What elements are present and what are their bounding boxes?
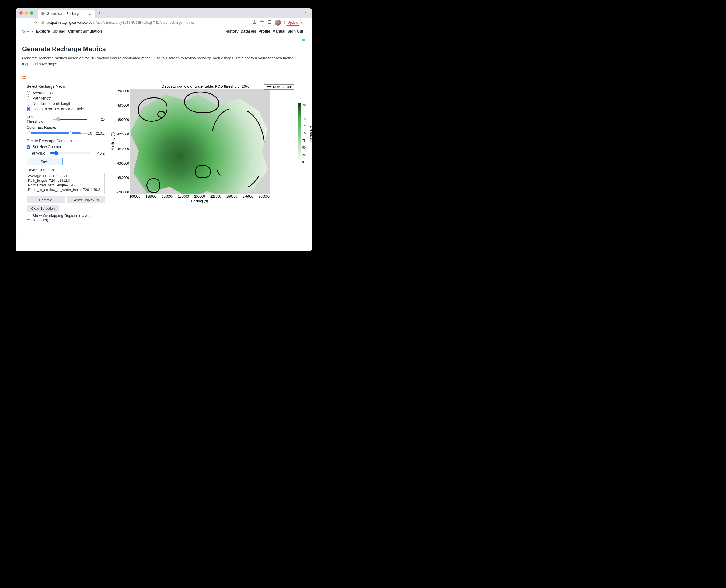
- app-nav: PATH Explore Upload Current Simulation H…: [16, 27, 312, 36]
- jupyter-icon: [22, 75, 27, 80]
- at-value-value: 49.2: [94, 151, 105, 155]
- controls-panel: Select Recharge Metric Average FCD Path …: [27, 84, 105, 224]
- list-item[interactable]: Depth_to_no-flow_or_water_table--T20--L4…: [28, 188, 103, 192]
- nav-signout[interactable]: Sign Out: [288, 29, 303, 34]
- tab-title: Groundwater Recharge: [47, 12, 81, 16]
- plot-legend: New Contour: [264, 84, 294, 90]
- checkbox-label: Show Overlapping Regions (saved contours…: [33, 213, 105, 222]
- set-new-contour-checkbox[interactable]: Set New Contour: [27, 145, 105, 149]
- nav-profile[interactable]: Profile: [258, 29, 270, 34]
- close-tab-icon[interactable]: ×: [89, 12, 91, 16]
- legend-swatch: [267, 86, 271, 87]
- saved-contours-label: Saved Contours:: [27, 168, 105, 172]
- svg-point-5: [22, 76, 23, 77]
- at-value-slider[interactable]: [50, 151, 91, 155]
- reset-display-button[interactable]: Reset Display To: [67, 196, 105, 203]
- svg-rect-1: [268, 21, 271, 24]
- create-contours-label: Create Recharge Contours:: [27, 139, 105, 143]
- bookmark-icon[interactable]: [260, 20, 264, 25]
- fcd-threshold-value: 20: [90, 118, 105, 121]
- metric-radio-group: Average FCD Path length Normalized path …: [27, 91, 105, 111]
- svg-point-4: [22, 78, 26, 79]
- legend-label: New Contour: [273, 85, 292, 89]
- page-scroll[interactable]: PATH Explore Upload Current Simulation H…: [16, 27, 312, 251]
- url-domain: fastpath-staging.curvenote.dev: [46, 20, 94, 24]
- select-metric-label: Select Recharge Metric: [27, 84, 105, 89]
- share-icon[interactable]: [252, 20, 257, 25]
- browser-tab[interactable]: Groundwater Recharge ×: [38, 10, 95, 18]
- save-button[interactable]: Save: [27, 158, 63, 165]
- browser-window: Groundwater Recharge × + ← → ⟳ 🔒 fastpat…: [16, 8, 312, 251]
- minimize-window-button[interactable]: [25, 11, 28, 15]
- forward-button[interactable]: →: [26, 20, 31, 24]
- logo-icon: [21, 29, 27, 34]
- nav-current-simulation[interactable]: Current Simulation: [68, 29, 102, 34]
- kernel-status-indicator: [302, 39, 305, 41]
- colorbar: 2001751501251007550250 Distance (ft): [297, 103, 312, 163]
- colormap-range-label: Colormap Range:: [27, 125, 105, 129]
- x-axis-label: Easting (ft): [129, 199, 270, 203]
- menu-icon[interactable]: ⋮: [305, 20, 309, 25]
- app-logo[interactable]: PATH: [21, 28, 34, 34]
- radio-label: Normalized path length: [33, 102, 71, 106]
- svg-point-3: [22, 76, 26, 78]
- window-controls: [18, 11, 36, 15]
- saved-contours-listbox[interactable]: Average_FCD--T20--L50.0 Path_length--T20…: [27, 173, 105, 194]
- radio-normalized-path-length[interactable]: Normalized path length: [27, 102, 105, 106]
- svg-point-6: [26, 79, 26, 79]
- plot-panel: New Contour Depth to no-flow or water ta…: [110, 84, 301, 224]
- x-axis-ticks: 1000001250001500001750002000002250002500…: [129, 195, 270, 198]
- map-canvas[interactable]: [130, 89, 270, 194]
- y-axis-ticks: −560000−580000−600000−620000−640000−6600…: [115, 89, 130, 194]
- nav-explore[interactable]: Explore: [36, 29, 50, 34]
- fcd-threshold-label: FCD Threshold: [27, 115, 50, 124]
- update-button[interactable]: Update: [284, 20, 302, 26]
- tab-bar: Groundwater Recharge × +: [16, 8, 312, 18]
- radio-depth-noflow[interactable]: Depth to no-flow or water table: [27, 107, 105, 111]
- address-field[interactable]: 🔒 fastpath-staging.curvenote.dev/app/sim…: [41, 20, 250, 24]
- show-overlapping-checkbox[interactable]: Show Overlapping Regions (saved contours…: [27, 213, 105, 222]
- url-bar: ← → ⟳ 🔒 fastpath-staging.curvenote.dev/a…: [16, 18, 312, 27]
- colorbar-label: Distance (ft): [309, 125, 312, 142]
- nav-datasets[interactable]: Datasets: [241, 29, 256, 34]
- radio-label: Average FCD: [33, 91, 56, 95]
- list-item[interactable]: Normalized_path_length--T20--L3.0: [28, 183, 103, 188]
- widget-card: Select Recharge Metric Average FCD Path …: [22, 78, 305, 235]
- y-axis-label: Northing (ft): [110, 89, 115, 194]
- page-description: Generate recharge metrics based on the 3…: [22, 56, 297, 67]
- fcd-threshold-slider[interactable]: [53, 119, 87, 120]
- list-item[interactable]: Average_FCD--T20--L50.0: [28, 174, 103, 178]
- logo-text: PATH: [27, 30, 34, 33]
- reload-button[interactable]: ⟳: [34, 20, 38, 24]
- close-window-button[interactable]: [19, 11, 23, 15]
- clear-selection-button[interactable]: Clear Selection: [27, 205, 59, 212]
- tabs-overflow-icon[interactable]: [304, 10, 310, 15]
- radio-label: Depth to no-flow or water table: [33, 107, 84, 111]
- nav-history[interactable]: History: [225, 29, 238, 34]
- nav-upload[interactable]: Upload: [53, 29, 65, 34]
- profile-avatar[interactable]: [275, 20, 281, 26]
- remove-button[interactable]: Remove: [27, 196, 65, 203]
- colormap-range-slider[interactable]: 0.0 – 210.2: [27, 131, 105, 136]
- back-button[interactable]: ←: [18, 20, 23, 24]
- new-tab-button[interactable]: +: [96, 9, 103, 16]
- list-item[interactable]: Path_length--T20--L1312.3: [28, 178, 103, 183]
- radio-label: Path length: [33, 96, 52, 100]
- maximize-window-button[interactable]: [30, 11, 34, 15]
- url-path: /app/simulation/ySpT1NUJ8Bkp3sq8TiZq/ste…: [96, 20, 195, 24]
- at-value-label: at value: [32, 151, 47, 155]
- lock-icon: 🔒: [41, 21, 45, 24]
- radio-path-length[interactable]: Path length: [27, 96, 105, 100]
- page-title: Generate Recharge Metrics: [22, 45, 305, 53]
- nav-manual[interactable]: Manual: [272, 29, 285, 34]
- globe-icon: [41, 12, 45, 16]
- checkbox-label: Set New Contour: [33, 145, 61, 149]
- panel-icon[interactable]: [267, 20, 272, 25]
- radio-average-fcd[interactable]: Average FCD: [27, 91, 105, 95]
